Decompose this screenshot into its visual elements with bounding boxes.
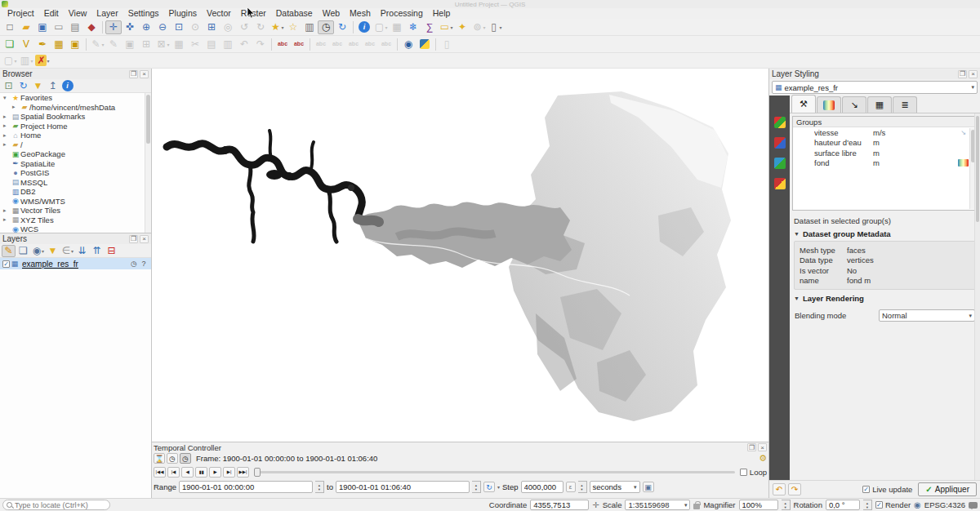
locator-search[interactable] bbox=[2, 500, 110, 510]
symbology-icon[interactable] bbox=[772, 115, 787, 130]
zoom-to-layer-icon[interactable]: ⊞ bbox=[203, 20, 220, 34]
expander-icon[interactable]: ▸ bbox=[3, 207, 11, 214]
layer-labeling-icon[interactable]: abc bbox=[274, 38, 291, 51]
select-features-icon[interactable]: ▢ bbox=[372, 20, 389, 34]
expander-icon[interactable]: ▸ bbox=[3, 132, 11, 139]
styling-layer-select[interactable]: ▦ example_res_fr ▾ bbox=[772, 81, 978, 94]
select-by-value-icon[interactable]: ▥ bbox=[18, 55, 34, 67]
crs-value[interactable]: EPSG:4326 bbox=[924, 500, 965, 509]
step-input[interactable] bbox=[521, 481, 564, 493]
magnifier-input[interactable] bbox=[739, 500, 778, 510]
browser-item-meshdata[interactable]: ▸ ▰ /home/vincent/meshData bbox=[0, 103, 151, 113]
expander-icon[interactable]: ▸ bbox=[3, 141, 11, 148]
tab-mesh-frame[interactable]: ▦ bbox=[867, 96, 892, 113]
close-panel-icon[interactable]: × bbox=[140, 235, 149, 243]
tab-contours[interactable] bbox=[817, 96, 841, 113]
help-contents-icon[interactable]: ▯ bbox=[439, 38, 455, 51]
zoom-last-icon[interactable]: ↺ bbox=[236, 20, 252, 34]
menu-item[interactable]: Edit bbox=[39, 8, 64, 19]
new-temporary-layer-icon[interactable]: ▦ bbox=[51, 38, 67, 51]
export-animation-icon[interactable]: ▣ bbox=[643, 482, 654, 492]
time-slider-handle[interactable] bbox=[254, 468, 261, 477]
browser-info-icon[interactable]: i bbox=[60, 80, 74, 92]
vertex-tool-icon[interactable]: ⊠ bbox=[154, 38, 171, 51]
menu-item[interactable]: Vector bbox=[202, 8, 236, 19]
group-vitesse[interactable]: vitesse m/s ↘ bbox=[793, 127, 977, 138]
expander-icon[interactable]: ▾ bbox=[3, 95, 11, 101]
pause-button[interactable]: ▮▮ bbox=[195, 467, 207, 478]
rotation-input[interactable] bbox=[826, 500, 860, 510]
undo-icon[interactable]: ↶ bbox=[236, 38, 252, 51]
live-update-control[interactable]: Live update bbox=[862, 485, 912, 494]
menu-item[interactable]: Help bbox=[428, 8, 456, 19]
style-history-icon[interactable] bbox=[772, 136, 787, 150]
pan-to-selection-icon[interactable]: ✜ bbox=[122, 20, 138, 34]
scrollbar-thumb[interactable] bbox=[976, 116, 979, 222]
menu-item[interactable]: Layer bbox=[91, 8, 122, 19]
paste-features-icon[interactable]: ▥ bbox=[220, 38, 236, 51]
label-pin-icon[interactable]: abc bbox=[313, 38, 329, 51]
magnifier-spinner[interactable]: ▴▾ bbox=[782, 500, 791, 510]
map-canvas[interactable] bbox=[152, 69, 768, 442]
lock-scale-icon[interactable] bbox=[693, 504, 700, 509]
save-edits-icon[interactable]: ▣ bbox=[122, 38, 138, 51]
menu-item[interactable]: Project bbox=[2, 8, 39, 19]
styling-scrollbar[interactable] bbox=[974, 113, 980, 480]
expander-icon[interactable]: ▸ bbox=[3, 216, 11, 223]
step-back-button[interactable]: |◀ bbox=[167, 467, 180, 478]
zoom-out-icon[interactable]: ⊖ bbox=[154, 20, 171, 34]
statistical-summary-icon[interactable]: ∑ bbox=[421, 20, 438, 34]
step-forward-button[interactable]: ▶| bbox=[223, 467, 235, 478]
group-fond[interactable]: fond m bbox=[793, 158, 977, 169]
remove-layer-icon[interactable]: ⊟ bbox=[105, 245, 118, 257]
effects-icon[interactable] bbox=[772, 176, 787, 191]
browser-item-xyz-tiles[interactable]: ▸ ▦ XYZ Tiles bbox=[0, 216, 151, 225]
expander-icon[interactable]: ▸ bbox=[12, 104, 20, 110]
float-panel-icon[interactable]: ❐ bbox=[129, 70, 138, 78]
colors-icon[interactable] bbox=[772, 156, 787, 171]
zoom-next-icon[interactable]: ↻ bbox=[252, 20, 269, 34]
apply-button[interactable]: ✓ Appliquer bbox=[918, 482, 977, 496]
render-control[interactable]: Render bbox=[875, 500, 911, 509]
properties-widget-icon[interactable]: ↥ bbox=[46, 80, 60, 92]
float-panel-icon[interactable]: ❐ bbox=[747, 443, 756, 451]
group-render-icon[interactable]: ↘ bbox=[958, 129, 969, 136]
loop-control[interactable]: Loop bbox=[740, 468, 767, 477]
browser-item-db2[interactable]: ▥ DB2 bbox=[0, 187, 151, 197]
messages-icon[interactable] bbox=[969, 502, 978, 509]
layout-manager-icon[interactable]: ▤ bbox=[67, 20, 83, 34]
collapse-all-icon[interactable]: ⊡ bbox=[2, 80, 16, 92]
expander-icon[interactable]: ▸ bbox=[3, 113, 11, 120]
label-show-icon[interactable]: abc bbox=[329, 38, 345, 51]
search-icon[interactable]: ⊚ bbox=[470, 20, 487, 34]
identify-features-icon[interactable]: i bbox=[356, 20, 372, 34]
manage-map-themes-icon[interactable]: ◉ bbox=[31, 245, 45, 257]
coordinate-input[interactable] bbox=[530, 500, 589, 510]
delete-selected-icon[interactable]: ▦ bbox=[171, 38, 187, 51]
tab-vectors[interactable]: ↘ bbox=[842, 96, 866, 113]
close-panel-icon[interactable]: × bbox=[140, 70, 149, 78]
style-manager-icon[interactable]: ◆ bbox=[83, 20, 100, 34]
style-redo-icon[interactable]: ↷ bbox=[788, 483, 801, 495]
layer-visibility-checkbox[interactable] bbox=[2, 260, 10, 268]
float-panel-icon[interactable]: ❐ bbox=[958, 70, 967, 78]
label-move-icon[interactable]: abc bbox=[345, 38, 362, 51]
expander-icon[interactable]: ▸ bbox=[3, 122, 11, 129]
tab-averaging[interactable]: ≣ bbox=[893, 96, 917, 113]
group-render-icon[interactable] bbox=[958, 139, 969, 146]
live-update-checkbox[interactable] bbox=[862, 486, 870, 493]
new-spatialite-layer-icon[interactable]: ✒ bbox=[34, 38, 51, 51]
zoom-native-icon[interactable]: ◎ bbox=[220, 20, 236, 34]
new-bookmark-icon[interactable]: ★ bbox=[269, 20, 285, 34]
deselect-all-icon[interactable]: ✗ bbox=[34, 55, 51, 67]
measure-icon[interactable]: ▭ bbox=[438, 20, 454, 34]
range-start-input[interactable] bbox=[179, 481, 313, 493]
browser-scrollbar[interactable] bbox=[145, 93, 151, 233]
rotation-spinner[interactable]: ▴▾ bbox=[863, 500, 872, 510]
menu-item[interactable]: Plugins bbox=[164, 8, 202, 19]
filter-browser-icon[interactable]: ▼ bbox=[31, 80, 45, 92]
browser-item-vector-tiles[interactable]: ▸ ▦ Vector Tiles bbox=[0, 206, 151, 216]
label-rotate-icon[interactable]: abc bbox=[362, 38, 378, 51]
skip-start-button[interactable]: |◀◀ bbox=[154, 467, 166, 478]
attribute-table-icon[interactable]: ▦ bbox=[389, 20, 405, 34]
